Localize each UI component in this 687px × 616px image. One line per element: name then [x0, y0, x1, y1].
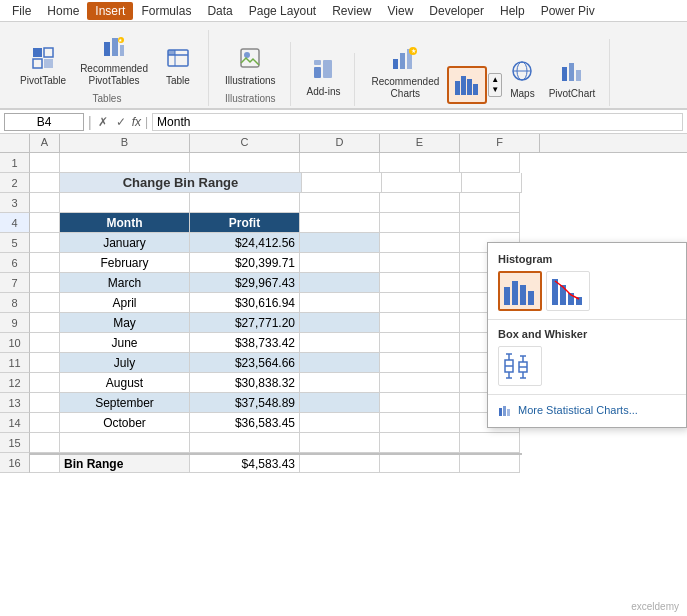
- cell-c13[interactable]: $37,548.89: [190, 393, 300, 413]
- cell-a2[interactable]: [30, 173, 60, 193]
- cell-e12[interactable]: [380, 373, 460, 393]
- cell-b8[interactable]: April: [60, 293, 190, 313]
- cell-b15[interactable]: [60, 433, 190, 453]
- cell-e16[interactable]: [380, 455, 460, 473]
- cell-f16[interactable]: [460, 455, 520, 473]
- cell-c12[interactable]: $30,838.32: [190, 373, 300, 393]
- cell-d15[interactable]: [300, 433, 380, 453]
- cell-c11[interactable]: $23,564.66: [190, 353, 300, 373]
- cell-a16[interactable]: [30, 455, 60, 473]
- cell-d7[interactable]: [300, 273, 380, 293]
- cell-d12[interactable]: [300, 373, 380, 393]
- cell-b12[interactable]: August: [60, 373, 190, 393]
- cell-d10[interactable]: [300, 333, 380, 353]
- cell-f4[interactable]: [460, 213, 520, 233]
- menu-page-layout[interactable]: Page Layout: [241, 2, 324, 20]
- cell-bin-range-label[interactable]: Bin Range: [60, 455, 190, 473]
- cell-b7[interactable]: March: [60, 273, 190, 293]
- cell-e5[interactable]: [380, 233, 460, 253]
- cell-c10[interactable]: $38,733.42: [190, 333, 300, 353]
- menu-home[interactable]: Home: [39, 2, 87, 20]
- cell-c15[interactable]: [190, 433, 300, 453]
- cell-e3[interactable]: [380, 193, 460, 213]
- add-ins-button[interactable]: Add-ins: [301, 53, 347, 102]
- cell-a8[interactable]: [30, 293, 60, 313]
- cell-d1[interactable]: [300, 153, 380, 173]
- menu-file[interactable]: File: [4, 2, 39, 20]
- menu-power-piv[interactable]: Power Piv: [533, 2, 603, 20]
- cell-e11[interactable]: [380, 353, 460, 373]
- cell-title[interactable]: Change Bin Range: [60, 173, 302, 193]
- cell-e7[interactable]: [380, 273, 460, 293]
- menu-view[interactable]: View: [380, 2, 422, 20]
- cell-a4[interactable]: [30, 213, 60, 233]
- cell-e10[interactable]: [380, 333, 460, 353]
- cell-e13[interactable]: [380, 393, 460, 413]
- cell-d13[interactable]: [300, 393, 380, 413]
- cell-d16[interactable]: [300, 455, 380, 473]
- cell-e4[interactable]: [380, 213, 460, 233]
- cell-c9[interactable]: $27,771.20: [190, 313, 300, 333]
- cell-b14[interactable]: October: [60, 413, 190, 433]
- cell-d3[interactable]: [300, 193, 380, 213]
- cell-a10[interactable]: [30, 333, 60, 353]
- cell-d4[interactable]: [300, 213, 380, 233]
- cell-e15[interactable]: [380, 433, 460, 453]
- cell-d9[interactable]: [300, 313, 380, 333]
- chart-type-dropdown[interactable]: ▲ ▼: [488, 73, 502, 96]
- cell-c7[interactable]: $29,967.43: [190, 273, 300, 293]
- cell-b10[interactable]: June: [60, 333, 190, 353]
- cell-a13[interactable]: [30, 393, 60, 413]
- table-button[interactable]: Table: [156, 42, 200, 91]
- cell-d11[interactable]: [300, 353, 380, 373]
- cell-b6[interactable]: February: [60, 253, 190, 273]
- cell-c3[interactable]: [190, 193, 300, 213]
- cell-d5[interactable]: [300, 233, 380, 253]
- cell-b1[interactable]: [60, 153, 190, 173]
- cell-a12[interactable]: [30, 373, 60, 393]
- pivotchart-button[interactable]: PivotChart: [543, 55, 602, 104]
- cell-a7[interactable]: [30, 273, 60, 293]
- cell-c8[interactable]: $30,616.94: [190, 293, 300, 313]
- menu-data[interactable]: Data: [199, 2, 240, 20]
- cell-a5[interactable]: [30, 233, 60, 253]
- cell-a6[interactable]: [30, 253, 60, 273]
- more-statistical-charts-link[interactable]: More Statistical Charts...: [488, 399, 686, 421]
- cell-e1[interactable]: [380, 153, 460, 173]
- cell-b11[interactable]: July: [60, 353, 190, 373]
- cell-profit-header[interactable]: Profit: [190, 213, 300, 233]
- statistical-charts-button[interactable]: [447, 66, 487, 104]
- cell-a15[interactable]: [30, 433, 60, 453]
- cell-b9[interactable]: May: [60, 313, 190, 333]
- menu-help[interactable]: Help: [492, 2, 533, 20]
- cell-month-header[interactable]: Month: [60, 213, 190, 233]
- cell-a14[interactable]: [30, 413, 60, 433]
- cell-d14[interactable]: [300, 413, 380, 433]
- cell-c14[interactable]: $36,583.45: [190, 413, 300, 433]
- cell-d8[interactable]: [300, 293, 380, 313]
- cell-bin-range-value[interactable]: $4,583.43: [190, 455, 300, 473]
- cell-c5[interactable]: $24,412.56: [190, 233, 300, 253]
- cell-e14[interactable]: [380, 413, 460, 433]
- name-box[interactable]: [4, 113, 84, 131]
- cell-c1[interactable]: [190, 153, 300, 173]
- box-whisker-chart-btn[interactable]: [498, 346, 542, 386]
- maps-button[interactable]: Maps: [504, 55, 540, 104]
- illustrations-button[interactable]: Illustrations: [219, 42, 282, 91]
- cell-e9[interactable]: [380, 313, 460, 333]
- cell-a11[interactable]: [30, 353, 60, 373]
- cell-d6[interactable]: [300, 253, 380, 273]
- cell-b3[interactable]: [60, 193, 190, 213]
- cell-c6[interactable]: $20,399.71: [190, 253, 300, 273]
- recommended-charts-button[interactable]: ★ RecommendedCharts: [365, 39, 445, 104]
- histogram-chart-btn[interactable]: [498, 271, 542, 311]
- cell-e2[interactable]: [382, 173, 462, 193]
- cell-a9[interactable]: [30, 313, 60, 333]
- cell-e8[interactable]: [380, 293, 460, 313]
- cell-e6[interactable]: [380, 253, 460, 273]
- menu-insert[interactable]: Insert: [87, 2, 133, 20]
- menu-formulas[interactable]: Formulas: [133, 2, 199, 20]
- cell-f3[interactable]: [460, 193, 520, 213]
- pareto-chart-btn[interactable]: [546, 271, 590, 311]
- cell-f1[interactable]: [460, 153, 520, 173]
